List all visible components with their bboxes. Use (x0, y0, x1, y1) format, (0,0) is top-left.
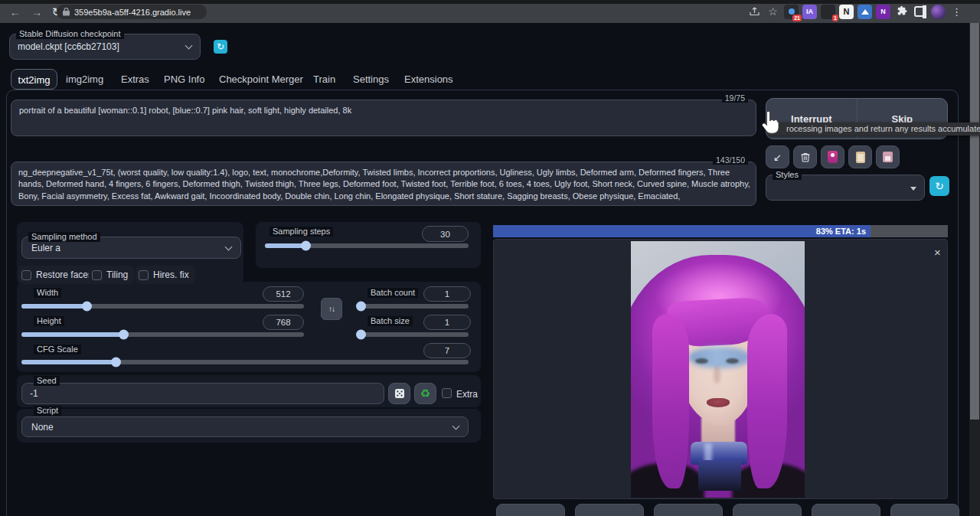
progress-bar: 83% ETA: 1s (493, 225, 948, 237)
tab-png-info[interactable]: PNG Info (164, 69, 204, 90)
width-input[interactable]: 512 (263, 286, 304, 302)
negative-prompt-textarea[interactable]: 143/150 ng_deepnegative_v1_75t, (worst q… (11, 162, 756, 206)
extra-networks-button[interactable] (821, 145, 844, 168)
negative-token-counter: 143/150 (713, 155, 748, 165)
checkpoint-value: model.ckpt [cc6cb27103] (18, 41, 119, 52)
reuse-seed-button[interactable]: ♻ (414, 383, 436, 404)
checkpoint-dropdown[interactable]: Stable Diffusion checkpoint model.ckpt [… (9, 34, 201, 60)
checkbox-icon[interactable] (21, 270, 31, 280)
extension-dark-icon[interactable]: 1 (821, 5, 835, 19)
swap-dimensions-button[interactable]: ↑↓ (321, 298, 342, 320)
tab-extensions[interactable]: Extensions (404, 69, 453, 90)
back-icon[interactable]: ← (8, 5, 23, 19)
height-slider[interactable] (21, 332, 304, 337)
prompt-text: portrait of a beautiful [woman::0.1] rob… (19, 106, 724, 115)
save-style-button[interactable] (876, 145, 900, 168)
clear-prompt-button[interactable] (793, 145, 817, 168)
cfg-scale-input[interactable]: 7 (423, 343, 471, 358)
sampling-method-label: Sampling method (28, 232, 100, 242)
side-panel-icon[interactable] (913, 5, 927, 19)
sampling-method-value: Euler a (31, 243, 60, 253)
cfg-scale-slider[interactable] (21, 360, 469, 364)
prompt-token-counter: 19/75 (722, 93, 748, 103)
extension-photos-icon[interactable] (858, 5, 872, 19)
hires-fix-checkbox[interactable]: Hires. fix (136, 266, 195, 284)
batch-size-label: Batch size (368, 316, 413, 326)
slider-handle[interactable] (82, 302, 92, 312)
slider-handle[interactable] (356, 330, 366, 340)
tab-train[interactable]: Train (313, 69, 335, 90)
prompt-textarea[interactable]: 19/75 portrait of a beautiful [woman::0.… (11, 100, 756, 136)
extension-onenote-icon[interactable]: N (876, 5, 890, 19)
browser-toolbar: ← → ↻ 359e5b9a-a5ff-4216.gradio.live ☆ 2… (0, 0, 980, 23)
extensions-puzzle-icon[interactable] (894, 5, 909, 19)
width-label: Width (34, 288, 61, 298)
floppy-disk-icon (883, 152, 893, 162)
gallery-action-button[interactable] (654, 504, 723, 516)
seed-label: Seed (34, 376, 60, 386)
extension-badge: 21 (792, 15, 802, 21)
paste-params-button[interactable]: ↙ (766, 145, 789, 168)
sampling-steps-slider[interactable] (265, 243, 469, 248)
gallery-action-button[interactable] (733, 504, 802, 516)
seed-input[interactable]: -1 (21, 383, 384, 404)
chevron-down-icon (185, 42, 193, 50)
tab-extras[interactable]: Extras (121, 69, 149, 90)
profile-avatar[interactable] (931, 5, 946, 19)
gallery-action-button[interactable] (496, 504, 565, 516)
height-label: Height (34, 316, 64, 326)
gallery-action-button[interactable] (812, 504, 880, 516)
slider-handle[interactable] (119, 330, 129, 340)
chevron-down-icon (452, 423, 460, 430)
slider-handle[interactable] (111, 358, 121, 367)
share-icon[interactable] (747, 5, 762, 19)
extension-blue-dot-icon[interactable]: 21 (784, 5, 799, 19)
random-seed-button[interactable] (388, 383, 410, 404)
slider-handle[interactable] (356, 302, 366, 312)
script-dropdown[interactable]: None (21, 416, 469, 437)
styles-dropdown[interactable]: Styles (766, 175, 925, 201)
progress-fill: 83% ETA: 1s (493, 225, 871, 237)
tab-txt2img[interactable]: txt2img (11, 69, 57, 90)
batch-size-input[interactable]: 1 (423, 315, 471, 330)
page-scrollbar[interactable] (969, 23, 980, 516)
extension-ia-icon[interactable]: IA (802, 5, 817, 19)
generated-image-preview[interactable] (631, 241, 805, 498)
gallery-action-button[interactable] (890, 504, 959, 516)
tiling-checkbox[interactable]: Tiling (89, 266, 134, 284)
batch-count-slider[interactable] (358, 304, 469, 309)
cfg-scale-label: CFG Scale (34, 345, 81, 354)
restore-faces-checkbox[interactable]: Restore faces (18, 266, 99, 284)
batch-count-input[interactable]: 1 (423, 286, 471, 302)
chevron-down-icon (225, 243, 233, 251)
clipboard-icon (856, 152, 865, 163)
width-slider[interactable] (21, 304, 304, 309)
gallery-action-button[interactable] (575, 504, 644, 516)
forward-icon[interactable]: → (29, 5, 44, 19)
batch-size-slider[interactable] (358, 332, 469, 337)
styles-refresh-button[interactable]: ↻ (929, 176, 949, 196)
close-icon[interactable]: × (934, 247, 941, 258)
address-bar[interactable]: 359e5b9a-a5ff-4216.gradio.live (57, 5, 207, 19)
slider-handle[interactable] (301, 241, 311, 251)
browser-menu-icon[interactable]: ⋮ (949, 5, 964, 19)
height-input[interactable]: 768 (263, 315, 304, 330)
batch-count-label: Batch count (368, 288, 418, 298)
sampling-steps-input[interactable]: 30 (422, 226, 469, 242)
interrupt-tooltip: rocessing images and return any results … (768, 122, 980, 136)
sampling-method-dropdown[interactable]: Sampling method Euler a (21, 237, 241, 259)
checkbox-icon[interactable] (139, 270, 149, 280)
apply-style-button[interactable] (848, 145, 872, 168)
progress-text: 83% ETA: 1s (816, 227, 866, 236)
scrollbar-thumb[interactable] (970, 23, 979, 420)
extension-notion-icon[interactable]: N (839, 5, 854, 19)
checkbox-icon[interactable] (92, 270, 102, 280)
checkpoint-refresh-button[interactable]: ↻ (214, 40, 227, 54)
extra-seed-checkbox[interactable] (442, 388, 452, 398)
styles-label: Styles (773, 170, 802, 180)
arrow-down-left-icon: ↙ (773, 152, 782, 163)
tab-settings[interactable]: Settings (353, 69, 389, 90)
tab-checkpoint-merger[interactable]: Checkpoint Merger (219, 69, 303, 90)
tab-img2img[interactable]: img2img (66, 69, 103, 90)
bookmark-star-icon[interactable]: ☆ (766, 5, 780, 19)
